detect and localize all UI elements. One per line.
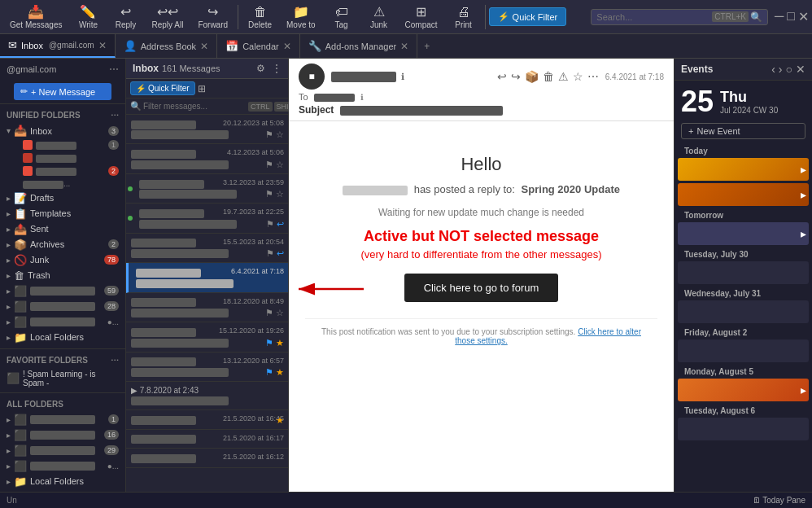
reply-action-icon[interactable]: ↩ xyxy=(497,70,507,83)
list-item[interactable]: 13.12.2020 at 6:57 ⚑ ★ xyxy=(126,353,288,382)
new-tab-button[interactable]: + xyxy=(417,34,436,58)
list-item[interactable]: 21.5.2020 at 16:12 xyxy=(126,449,288,468)
search-input[interactable] xyxy=(596,12,710,22)
list-item[interactable]: 19.7.2023 at 22:25 ⚑ ↩ xyxy=(126,204,288,233)
maximize-button[interactable]: □ xyxy=(787,9,795,24)
list-item-active[interactable]: 6.4.2021 at 7:18 xyxy=(126,263,288,292)
compact-icon: ⊞ xyxy=(416,4,426,20)
sidebar-item-drafts[interactable]: ▸ 📝 Drafts xyxy=(0,190,125,206)
events-settings-icon[interactable]: ○ xyxy=(786,63,792,76)
sidebar-item-spam[interactable]: ⬛ ! Spam Learning - is Spam - xyxy=(0,368,125,389)
new-message-button[interactable]: ✏ + New Message xyxy=(14,83,111,100)
unified-options-icon[interactable]: ⋯ xyxy=(111,111,119,120)
events-close-icon[interactable]: ✕ xyxy=(796,63,805,76)
tag-button[interactable]: 🏷 Tag xyxy=(324,2,360,32)
all-folders-header[interactable]: All Folders xyxy=(0,396,125,412)
tab-inbox[interactable]: ✉ Inbox @gmail.com ✕ xyxy=(0,34,116,58)
reply-button[interactable]: ↩ Reply xyxy=(107,2,143,32)
event-slot-friday[interactable] xyxy=(678,339,809,362)
forward-button[interactable]: ↪ Forward xyxy=(191,2,234,32)
sidebar-options-icon[interactable]: ⋯ xyxy=(109,64,119,75)
list-item[interactable]: 18.12.2020 at 8:49 ⚑ ☆ xyxy=(126,293,288,322)
blurred-1-icon: ⬛ xyxy=(14,285,27,297)
star-action-icon[interactable]: ☆ xyxy=(573,70,583,83)
unified-folders-header[interactable]: Unified Folders ⋯ xyxy=(0,107,125,123)
list-item[interactable]: 3.12.2023 at 23:59 ⚑ ☆ xyxy=(126,174,288,204)
sidebar-item-local-folders[interactable]: ▸ 📁 Local Folders xyxy=(0,330,125,345)
move-to-button[interactable]: 📁 Move to xyxy=(280,2,322,32)
sidebar-item-templates[interactable]: ▸ 📋 Templates xyxy=(0,206,125,221)
sidebar-item-trash[interactable]: ▸ 🗑 Trash xyxy=(0,268,125,283)
reply-all-button[interactable]: ↩↩ Reply All xyxy=(145,2,190,32)
junk-action-icon[interactable]: ⚠ xyxy=(558,70,569,83)
message-list-options[interactable]: ⚙ xyxy=(256,63,265,74)
sidebar-all-local[interactable]: ▸ 📁 Local Folders xyxy=(0,474,125,489)
list-item[interactable]: 21.5.2020 at 16:45 ★ xyxy=(126,410,288,430)
calendar-tab-close[interactable]: ✕ xyxy=(283,41,291,52)
sidebar-item-junk[interactable]: ▸ 🚫 Junk 78 xyxy=(0,252,125,268)
message-list: 20.12.2023 at 5:08 ⚑ ☆ 4.12.2023 at 5:06… xyxy=(126,115,288,508)
list-item[interactable]: 15.12.2020 at 19:26 ⚑ ★ xyxy=(126,322,288,352)
message-search-input[interactable] xyxy=(143,102,247,111)
sidebar-inbox-sub-1[interactable]: 1 xyxy=(16,138,125,151)
from-info-icon: ℹ xyxy=(401,72,404,82)
forward-action-icon[interactable]: ↪ xyxy=(511,70,521,83)
sidebar-item-sent[interactable]: ▸ 📤 Sent xyxy=(0,221,125,237)
event-slot-wednesday[interactable] xyxy=(678,300,809,323)
event-slot-tuesday[interactable] xyxy=(678,261,809,284)
junk-button[interactable]: ⚠ Junk xyxy=(361,2,397,32)
address-book-tab-close[interactable]: ✕ xyxy=(200,41,208,52)
sidebar-all-blurred-2[interactable]: ▸ ⬛ 16 xyxy=(0,427,125,443)
list-item[interactable]: ▶ 7.8.2020 at 2:43 xyxy=(126,382,288,410)
events-next-button[interactable]: › xyxy=(779,63,783,76)
compact-button[interactable]: ⊞ Compact xyxy=(399,2,444,32)
write-icon: ✏️ xyxy=(80,4,96,20)
tab-address-book[interactable]: 👤 Address Book ✕ xyxy=(116,34,217,58)
addons-tab-close[interactable]: ✕ xyxy=(400,41,408,52)
favorite-folders-header[interactable]: Favorite Folders ⋯ xyxy=(0,353,125,368)
event-slot-tomorrow[interactable]: ▸ xyxy=(678,222,809,245)
event-slot-today-1[interactable]: ▸ xyxy=(678,158,809,181)
today-pane-button[interactable]: 🗓 Today Pane xyxy=(753,496,805,505)
more-actions-icon[interactable]: ⋯ xyxy=(587,70,599,83)
get-messages-button[interactable]: 📥 Get Messages xyxy=(3,2,68,32)
msg-toolbar-options[interactable]: ⊞ xyxy=(198,83,206,94)
sidebar-inbox-sub-3[interactable]: 2 xyxy=(16,164,125,177)
list-item[interactable]: 4.12.2023 at 5:06 ⚑ ☆ xyxy=(126,144,288,173)
sidebar-item-inbox[interactable]: ▾ 📥 Inbox 3 xyxy=(0,123,125,138)
list-item[interactable]: 15.5.2023 at 20:54 ⚑ ↩ xyxy=(126,234,288,263)
quick-filter-list-button[interactable]: ⚡ Quick Filter xyxy=(130,81,195,95)
delete-button[interactable]: 🗑 Delete xyxy=(242,2,278,32)
sidebar-item-blurred-2[interactable]: ▸ ⬛ 28 xyxy=(0,299,125,314)
sidebar-item-archives[interactable]: ▸ 📦 Archives 2 xyxy=(0,237,125,252)
print-button[interactable]: 🖨 Print xyxy=(446,2,482,32)
message-list-sort[interactable]: ⋮ xyxy=(272,63,282,74)
sidebar-item-blurred-3[interactable]: ▸ ⬛ ●... xyxy=(0,314,125,330)
inbox-tab-close[interactable]: ✕ xyxy=(98,40,107,51)
event-slot-tuesday-2[interactable] xyxy=(678,418,809,440)
to-expand-icon[interactable]: ℹ xyxy=(360,93,364,102)
list-item[interactable]: 21.5.2020 at 16:17 xyxy=(126,430,288,449)
tab-calendar[interactable]: 📅 Calendar ✕ xyxy=(217,34,300,58)
quick-filter-button[interactable]: ⚡ Quick Filter xyxy=(489,7,567,26)
reply-all-icon: ↩↩ xyxy=(157,4,178,20)
tab-addons[interactable]: 🔧 Add-ons Manager ✕ xyxy=(300,34,417,58)
events-prev-button[interactable]: ‹ xyxy=(771,63,775,76)
write-button[interactable]: ✏️ Write xyxy=(70,2,106,32)
forum-button[interactable]: Click here to go to forum xyxy=(404,274,559,302)
sidebar-all-blurred-4[interactable]: ▸ ⬛ ●... xyxy=(0,458,125,474)
favorites-options-icon[interactable]: ⋯ xyxy=(111,356,119,365)
sidebar-item-blurred-1[interactable]: ▸ ⬛ 59 xyxy=(0,283,125,299)
list-item[interactable]: 20.12.2023 at 5:08 ⚑ ☆ xyxy=(126,115,288,144)
sidebar-inbox-sub-more[interactable]: ... xyxy=(16,177,125,190)
close-button[interactable]: ✕ xyxy=(798,9,809,24)
sidebar-all-blurred-1[interactable]: ▸ ⬛ 1 xyxy=(0,412,125,427)
minimize-button[interactable]: ─ xyxy=(775,9,784,24)
delete-action-icon[interactable]: 🗑 xyxy=(543,70,554,83)
event-slot-today-2[interactable]: ▸ xyxy=(678,183,809,206)
archive-action-icon[interactable]: 📦 xyxy=(525,70,539,83)
sidebar-inbox-sub-2[interactable] xyxy=(16,151,125,164)
new-event-button[interactable]: + New Event xyxy=(681,123,805,139)
sidebar-all-blurred-3[interactable]: ▸ ⬛ 29 xyxy=(0,443,125,458)
event-slot-monday[interactable]: ▸ xyxy=(678,379,809,401)
